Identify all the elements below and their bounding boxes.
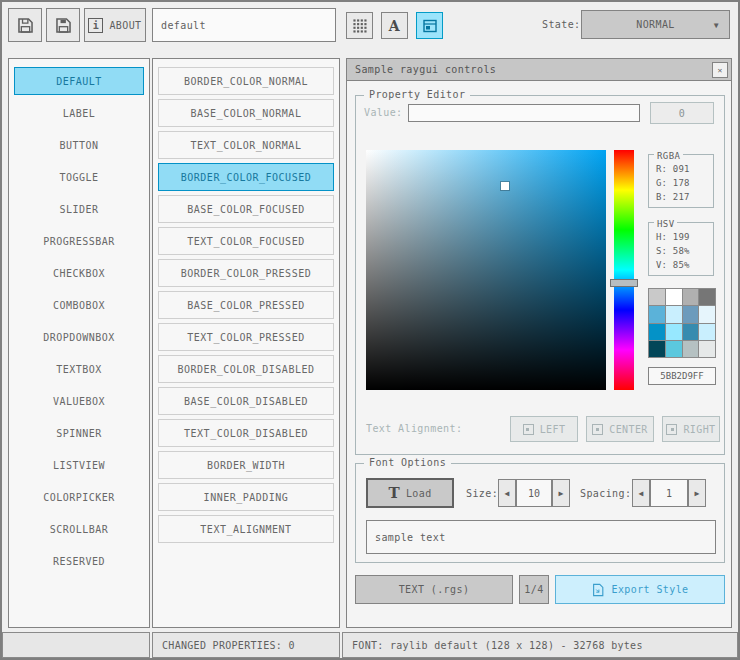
properties-list-item[interactable]: BORDER_COLOR_FOCUSED	[158, 163, 334, 191]
controls-list-item[interactable]: BUTTON	[14, 131, 144, 159]
properties-list-item[interactable]: BASE_COLOR_PRESSED	[158, 291, 334, 319]
properties-list-item[interactable]: TEXT_ALIGNMENT	[158, 515, 334, 543]
sample-text-input[interactable]	[366, 520, 716, 554]
rgba-g-value: G: 178	[656, 176, 713, 190]
controls-list-item[interactable]: DROPDOWNBOX	[14, 323, 144, 351]
controls-list-item-label: RESERVED	[53, 556, 105, 567]
color-swatch[interactable]	[683, 306, 699, 322]
color-swatch[interactable]	[666, 324, 682, 340]
save-style-button[interactable]	[46, 8, 80, 42]
hue-slider-handle[interactable]	[610, 279, 638, 287]
color-swatch[interactable]	[666, 341, 682, 357]
color-swatch[interactable]	[699, 341, 715, 357]
state-dropdown[interactable]: NORMAL ▼	[581, 10, 730, 39]
saturation-value-panel[interactable]	[366, 150, 606, 390]
size-value-box[interactable]: 10	[516, 479, 552, 507]
properties-list-item[interactable]: BORDER_COLOR_NORMAL	[158, 67, 334, 95]
controls-list-item[interactable]: LISTVIEW	[14, 451, 144, 479]
controls-list-item[interactable]: SPINNER	[14, 419, 144, 447]
properties-list-item[interactable]: BASE_COLOR_FOCUSED	[158, 195, 334, 223]
controls-list-item[interactable]: CHECKBOX	[14, 259, 144, 287]
align-left-button[interactable]: LEFT	[510, 416, 578, 442]
color-swatch[interactable]	[683, 324, 699, 340]
properties-list-item-label: BORDER_WIDTH	[207, 460, 285, 471]
controls-list-item[interactable]: COLORPICKER	[14, 483, 144, 511]
value-aux-button[interactable]: 0	[650, 102, 714, 124]
save-floppy-icon	[54, 16, 73, 35]
controls-list-item[interactable]: SCROLLBAR	[14, 515, 144, 543]
info-icon: i	[88, 18, 103, 33]
font-load-button[interactable]: T Load	[366, 478, 454, 508]
export-page-button[interactable]: 1/4	[519, 575, 549, 604]
hsv-title: HSV	[654, 217, 677, 231]
color-swatch[interactable]	[666, 289, 682, 305]
hex-color-input[interactable]: 5BB2D9FF	[648, 367, 716, 385]
color-swatch[interactable]	[699, 289, 715, 305]
hue-bar[interactable]	[614, 150, 634, 390]
align-right-button[interactable]: RIGHT	[662, 416, 720, 442]
hsv-group: HSV H: 199 S: 58% V: 85%	[648, 222, 714, 276]
controls-list-item[interactable]: PROGRESSBAR	[14, 227, 144, 255]
properties-list-item[interactable]: TEXT_COLOR_FOCUSED	[158, 227, 334, 255]
properties-list-item-label: TEXT_COLOR_NORMAL	[191, 140, 302, 151]
controls-list-item-label: DEFAULT	[56, 76, 102, 87]
controls-list-item-label: BUTTON	[59, 140, 98, 151]
controls-list-item[interactable]: SLIDER	[14, 195, 144, 223]
properties-list-item[interactable]: BORDER_COLOR_DISABLED	[158, 355, 334, 383]
properties-list-item-label: TEXT_COLOR_FOCUSED	[187, 236, 304, 247]
controls-list-item[interactable]: DEFAULT	[14, 67, 144, 95]
color-swatch[interactable]	[683, 341, 699, 357]
color-swatch[interactable]	[649, 289, 665, 305]
color-picker-marker[interactable]	[501, 182, 509, 190]
sample-window-titlebar[interactable]: Sample raygui controls	[347, 59, 731, 81]
properties-list-item[interactable]: BORDER_WIDTH	[158, 451, 334, 479]
color-swatch[interactable]	[649, 341, 665, 357]
color-swatch[interactable]	[649, 306, 665, 322]
color-swatch[interactable]	[699, 306, 715, 322]
grid-view-button[interactable]	[346, 12, 373, 39]
properties-list-item[interactable]: BORDER_COLOR_PRESSED	[158, 259, 334, 287]
spacing-value-box[interactable]: 1	[650, 479, 688, 507]
controls-list-item[interactable]: VALUEBOX	[14, 387, 144, 415]
color-swatch[interactable]	[666, 306, 682, 322]
export-style-button[interactable]: Export Style	[555, 575, 725, 604]
export-format-button[interactable]: TEXT (.rgs)	[355, 575, 513, 604]
properties-list-item[interactable]: TEXT_COLOR_NORMAL	[158, 131, 334, 159]
style-name-input[interactable]	[152, 8, 336, 42]
export-format-label: TEXT (.rgs)	[399, 584, 470, 595]
controls-list-item[interactable]: RESERVED	[14, 547, 144, 575]
properties-list-item[interactable]: TEXT_COLOR_DISABLED	[158, 419, 334, 447]
size-decrement-button[interactable]: ◀	[498, 479, 516, 507]
color-swatch[interactable]	[649, 324, 665, 340]
align-center-button[interactable]: CENTER	[586, 416, 654, 442]
window-close-button[interactable]: ✕	[712, 62, 728, 78]
font-view-button[interactable]: A	[381, 12, 408, 39]
controls-list-item[interactable]: COMBOBOX	[14, 291, 144, 319]
controls-list-item[interactable]: TOGGLE	[14, 163, 144, 191]
properties-list-item-label: BORDER_COLOR_PRESSED	[181, 268, 311, 279]
arrow-right-icon: ▶	[558, 489, 563, 498]
style-edit-mode-button[interactable]	[416, 12, 443, 39]
controls-list-item[interactable]: LABEL	[14, 99, 144, 127]
color-swatch[interactable]	[683, 289, 699, 305]
value-input[interactable]	[408, 104, 640, 122]
size-label: Size:	[466, 488, 498, 499]
hsv-v-value: V: 85%	[656, 258, 713, 272]
properties-list-item[interactable]: TEXT_COLOR_PRESSED	[158, 323, 334, 351]
spacing-decrement-button[interactable]: ◀	[632, 479, 650, 507]
controls-list-item-label: SLIDER	[59, 204, 98, 215]
properties-list-item-label: BASE_COLOR_DISABLED	[184, 396, 308, 407]
color-swatch[interactable]	[699, 324, 715, 340]
properties-list-item[interactable]: INNER_PADDING	[158, 483, 334, 511]
properties-list-item[interactable]: BASE_COLOR_DISABLED	[158, 387, 334, 415]
controls-list-item[interactable]: TEXTBOX	[14, 355, 144, 383]
controls-list-item-label: PROGRESSBAR	[43, 236, 115, 247]
about-button[interactable]: i ABOUT	[84, 8, 146, 42]
load-style-button[interactable]	[8, 8, 42, 42]
statusbar-font-info: FONT: raylib default (128 x 128) - 32768…	[342, 632, 738, 658]
style-color-palette	[648, 288, 716, 358]
hsv-h-value: H: 199	[656, 230, 713, 244]
properties-list-item[interactable]: BASE_COLOR_NORMAL	[158, 99, 334, 127]
size-increment-button[interactable]: ▶	[552, 479, 570, 507]
spacing-increment-button[interactable]: ▶	[688, 479, 706, 507]
